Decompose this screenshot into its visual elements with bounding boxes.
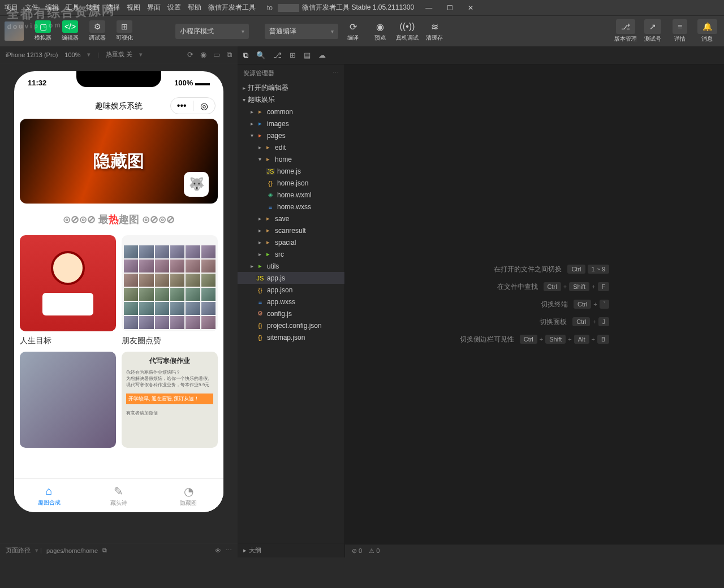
card-1[interactable]: 人生目标 xyxy=(20,235,116,346)
folder-pages[interactable]: ▾▸pages xyxy=(238,129,344,141)
folder-common[interactable]: ▸▸common xyxy=(238,106,344,118)
visual-tab[interactable]: ⊞可视化 xyxy=(112,18,137,45)
folder-src[interactable]: ▸▸src xyxy=(238,248,344,260)
extension-icon[interactable]: ⊞ xyxy=(290,51,296,59)
message-button[interactable]: 🔔消息 xyxy=(695,19,719,43)
explorer-icon[interactable]: ⧉ xyxy=(243,51,248,60)
eye-icon[interactable]: 👁 xyxy=(215,547,221,554)
file-sitemap[interactable]: {}sitemap.json xyxy=(238,331,344,343)
compile-select[interactable]: 普通编译▾ xyxy=(265,24,338,39)
file-projectconfig[interactable]: {}project.config.json xyxy=(238,319,344,331)
explorer-more-icon[interactable]: ⋯ xyxy=(333,69,339,77)
folder-utils[interactable]: ▸▸utils xyxy=(238,260,344,272)
hot-reload[interactable]: 热重载 关 xyxy=(106,50,132,59)
section-title: ⊙⊘⊙⊘ 最热趣图 ⊙⊘⊙⊘ xyxy=(20,213,218,226)
folder-scanresult[interactable]: ▸▸scanresult xyxy=(238,224,344,236)
real-debug-button[interactable]: ((•))真机调试 xyxy=(395,20,420,42)
file-appwxss[interactable]: ≡app.wxss xyxy=(238,296,344,308)
file-appjson[interactable]: {}app.json xyxy=(238,284,344,296)
banner[interactable]: 隐藏图 🐺 xyxy=(20,119,218,204)
tab-hidden[interactable]: ◔隐藏图 xyxy=(154,479,223,512)
menubar: 项目 文件 编辑 工具 转到 选择 视图 界面 设置 帮助 微信开发者工具 to… xyxy=(0,0,724,16)
errors-icon[interactable]: ⊘ 0 xyxy=(352,547,362,555)
window-title: to 微信开发者工具 Stable 1.05.2111300 xyxy=(261,1,420,14)
avatar[interactable] xyxy=(5,21,24,41)
file-homejson[interactable]: {}home.json xyxy=(238,177,344,189)
menu-goto[interactable]: 转到 xyxy=(85,1,101,14)
preview-button[interactable]: ◉预览 xyxy=(368,20,393,42)
version-button[interactable]: ⎇版本管理 xyxy=(613,19,638,43)
menu-setting[interactable]: 设置 xyxy=(166,1,182,14)
banner-thumb: 🐺 xyxy=(184,172,209,197)
card-4[interactable]: 代写寒假作业 你还在为寒假作业烦恼吗？ 为您解决暑假烦恼，给你一个快乐的暑假。 … xyxy=(122,352,218,452)
simulator-panel: iPhone 12/13 (Pro) 100%▾ | 热重载 关▾ ⟳ ◉ ▭ … xyxy=(0,46,238,557)
debugger-tab[interactable]: ⚙调试器 xyxy=(85,18,110,45)
copy-icon[interactable]: ⧉ xyxy=(102,547,107,554)
maximize-icon[interactable]: ☐ xyxy=(446,2,454,14)
test-button[interactable]: ↗测试号 xyxy=(640,19,665,43)
page-path-label: 页面路径 xyxy=(6,546,31,555)
menu-edit[interactable]: 编辑 xyxy=(44,1,60,14)
search-icon[interactable]: 🔍 xyxy=(256,51,265,59)
tab-compose[interactable]: ⌂趣图合成 xyxy=(14,479,84,512)
menu-view[interactable]: 视图 xyxy=(126,1,141,14)
shortcut-row: 切换侧边栏可见性Ctrl+Shift+Alt+B xyxy=(460,335,610,344)
card-3[interactable]: 签名照 xyxy=(20,352,116,452)
shortcut-row: 在打开的文件之间切换Ctrl1 ~ 9 xyxy=(460,265,610,274)
record-icon[interactable]: ◉ xyxy=(200,50,206,59)
file-tree: ▸打开的编辑器 ▾趣味娱乐 ▸▸common ▸▸images ▾▸pages … xyxy=(238,82,344,543)
menu-select[interactable]: 选择 xyxy=(105,1,121,14)
shortcut-row: 切换面板Ctrl+J xyxy=(460,317,610,327)
menu-project[interactable]: 项目 xyxy=(3,1,19,14)
folder-home[interactable]: ▾▸home xyxy=(238,153,344,165)
menu-help[interactable]: 帮助 xyxy=(187,1,202,14)
tab-poem[interactable]: ✎藏头诗 xyxy=(84,479,153,512)
detail-button[interactable]: ≡详情 xyxy=(667,19,692,43)
more-icon[interactable]: ⋯ xyxy=(226,547,232,554)
page-path-value: pages/home/home xyxy=(46,547,98,554)
compile-button[interactable]: ⟳编译 xyxy=(341,20,365,42)
panel-icon[interactable]: ▤ xyxy=(304,51,311,59)
refresh-icon[interactable]: ⟳ xyxy=(187,50,193,59)
shortcut-row: 切换终端Ctrl+` xyxy=(460,300,610,309)
app-title: 趣味娱乐系统 xyxy=(95,101,143,111)
card-2[interactable]: 朋友圈点赞 xyxy=(122,235,218,346)
git-icon[interactable]: ⎇ xyxy=(273,51,282,59)
tabbar: ⌂趣图合成 ✎藏头诗 ◔隐藏图 xyxy=(14,478,223,512)
menu-ui[interactable]: 界面 xyxy=(146,1,162,14)
editor-tab[interactable]: </>编辑器 xyxy=(58,18,83,45)
clear-cache-button[interactable]: ≋清缓存 xyxy=(422,20,447,42)
file-configjs[interactable]: ⚙config.js xyxy=(238,308,344,319)
phone-simulator[interactable]: 11:32 100% ▬▬ 趣味娱乐系统 •••◎ 隐藏图 🐺 ⊙⊘⊙⊘ 最热趣… xyxy=(14,71,223,512)
popout-icon[interactable]: ⧉ xyxy=(227,50,232,59)
editor-panel: ⧉ 🔍 ⎇ ⊞ ▤ ☁ 资源管理器⋯ ▸打开的编辑器 ▾趣味娱乐 ▸▸commo… xyxy=(238,46,724,557)
scale-select[interactable]: 100% xyxy=(64,51,80,58)
phone-notch xyxy=(76,71,161,87)
cloud-icon[interactable]: ☁ xyxy=(318,51,326,59)
simulator-tab[interactable]: ▢模拟器 xyxy=(31,18,55,45)
menu-file[interactable]: 文件 xyxy=(24,1,40,14)
folder-save[interactable]: ▸▸save xyxy=(238,213,344,224)
open-editors[interactable]: ▸打开的编辑器 xyxy=(238,82,344,94)
device-select[interactable]: iPhone 12/13 (Pro) xyxy=(6,51,58,58)
file-homewxml[interactable]: ◈home.wxml xyxy=(238,189,344,201)
folder-spacial[interactable]: ▸▸spacial xyxy=(238,236,344,248)
folder-edit[interactable]: ▸▸edit xyxy=(238,141,344,153)
warnings-icon[interactable]: ⚠ 0 xyxy=(369,547,380,555)
file-homejs[interactable]: JShome.js xyxy=(238,165,344,177)
folder-images[interactable]: ▸▸images xyxy=(238,118,344,129)
device-icon[interactable]: ▭ xyxy=(213,50,220,59)
root-folder[interactable]: ▾趣味娱乐 xyxy=(238,94,344,106)
explorer-sidebar: 资源管理器⋯ ▸打开的编辑器 ▾趣味娱乐 ▸▸common ▸▸images ▾… xyxy=(238,64,345,557)
file-homewxss[interactable]: ≡home.wxss xyxy=(238,201,344,213)
minimize-icon[interactable]: — xyxy=(424,2,433,14)
editor-welcome: 在打开的文件之间切换Ctrl1 ~ 9在文件中查找Ctrl+Shift+F切换终… xyxy=(345,64,724,544)
menu-wechat[interactable]: 微信开发者工具 xyxy=(207,1,257,14)
capsule[interactable]: •••◎ xyxy=(170,97,216,114)
mode-select[interactable]: 小程序模式▾ xyxy=(175,24,249,39)
explorer-title: 资源管理器 xyxy=(243,69,274,77)
menu-tool[interactable]: 工具 xyxy=(64,1,80,14)
file-appjs[interactable]: JSapp.js xyxy=(238,272,344,284)
outline[interactable]: ▸大纲 xyxy=(238,543,344,557)
close-icon[interactable]: ✕ xyxy=(467,2,475,14)
